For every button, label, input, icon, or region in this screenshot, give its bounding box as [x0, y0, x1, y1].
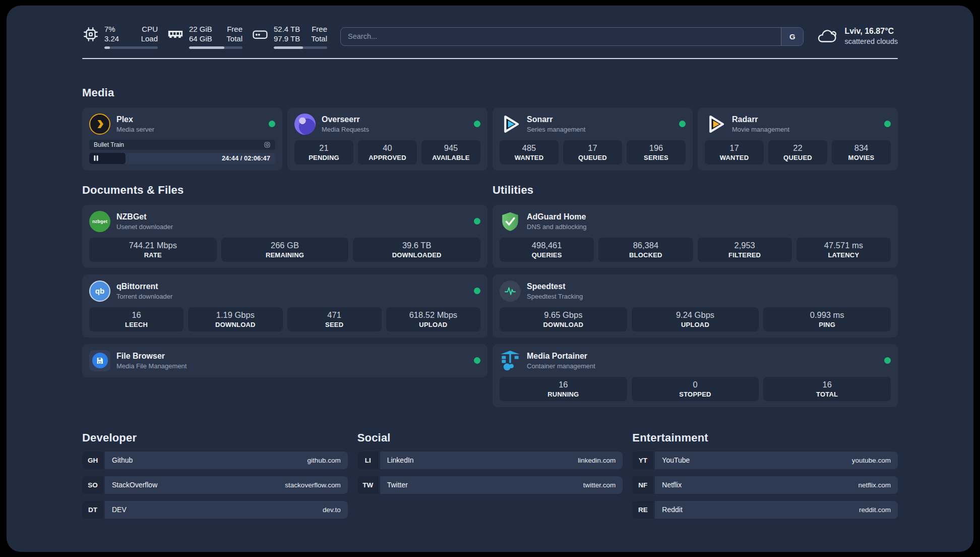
- disk-progress-bar: [274, 46, 327, 49]
- status-online-dot: [474, 121, 480, 127]
- playback-time: 24:44 / 02:06:47: [222, 154, 275, 162]
- search-engine-button[interactable]: G: [781, 28, 803, 45]
- qbittorrent-icon-text: qb: [95, 287, 104, 295]
- status-online-dot: [474, 218, 480, 225]
- app-name: Sonarr: [527, 115, 585, 125]
- search-input[interactable]: [341, 28, 781, 45]
- memory-progress-bar: [189, 46, 242, 49]
- stat-download: 1.19 GbpsDOWNLOAD: [188, 307, 282, 331]
- link-reddit[interactable]: RE Reddit reddit.com: [632, 501, 898, 519]
- filebrowser-icon: [89, 350, 110, 371]
- app-subtitle: Media File Management: [116, 362, 187, 370]
- app-card-radarr[interactable]: Radarr Movie management 17WANTED 22QUEUE…: [698, 107, 898, 171]
- memory-free-label: Free: [226, 24, 242, 34]
- weather-condition: scattered clouds: [844, 37, 898, 46]
- link-youtube[interactable]: YT YouTube youtube.com: [632, 452, 898, 469]
- dev-to-icon: DT: [82, 501, 103, 519]
- stat-filtered: 2,953FILTERED: [698, 238, 792, 262]
- link-stackoverflow[interactable]: SO StackOverflow stackoverflow.com: [82, 476, 348, 494]
- section-title-utilities: Utilities: [493, 184, 898, 197]
- cpu-progress-bar: [104, 46, 158, 49]
- link-twitter[interactable]: TW Twitter twitter.com: [357, 476, 623, 494]
- portainer-icon: [500, 350, 521, 371]
- app-card-overseerr[interactable]: Overseerr Media Requests 21PENDING 40APP…: [287, 107, 487, 171]
- app-subtitle: Speedtest Tracking: [527, 292, 583, 301]
- link-dev-to[interactable]: DT DEV dev.to: [82, 501, 348, 519]
- status-online-dot: [884, 121, 891, 127]
- stat-wanted: 485WANTED: [500, 140, 559, 164]
- app-subtitle: Media Requests: [322, 125, 369, 134]
- cpu-usage-value: 7%: [104, 24, 119, 34]
- app-name: AdGuard Home: [527, 212, 587, 222]
- section-documents: Documents & Files nzbget NZBGet Usenet d…: [82, 184, 487, 377]
- section-title-developer: Developer: [82, 431, 348, 444]
- stat-ping: 0.993 msPING: [763, 307, 891, 331]
- nzbget-icon: nzbget: [89, 211, 110, 232]
- cpu-usage-label: CPU: [141, 24, 158, 34]
- floppy-disk-icon: [96, 357, 104, 365]
- stat-seed: 471SEED: [287, 307, 382, 331]
- app-card-plex[interactable]: Plex Media server Bullet Train: [82, 107, 282, 171]
- app-subtitle: Container management: [527, 362, 595, 370]
- link-name: Twitter: [387, 481, 408, 489]
- qbittorrent-icon: qb: [89, 281, 110, 302]
- link-domain: linkedin.com: [578, 457, 616, 464]
- nzbget-icon-text: nzbget: [92, 219, 107, 224]
- section-title-documents: Documents & Files: [82, 184, 487, 197]
- weather-location-temp: Lviv, 16.87°C: [844, 26, 898, 36]
- link-name: Netflix: [662, 481, 682, 489]
- clouds-icon: [817, 28, 838, 45]
- status-online-dot: [269, 121, 275, 127]
- app-name: Plex: [116, 115, 154, 125]
- app-card-qbittorrent[interactable]: qb qBittorrent Torrent downloader 16LEEC…: [82, 274, 487, 338]
- section-utilities: Utilities: [493, 184, 898, 407]
- link-name: StackOverflow: [112, 481, 157, 489]
- stat-rate: 744.21 MbpsRATE: [89, 238, 217, 262]
- section-title-media: Media: [82, 86, 898, 99]
- playback-progress-bar[interactable]: 24:44 / 02:06:47: [89, 153, 275, 164]
- link-domain: github.com: [308, 457, 341, 464]
- radarr-icon: [705, 114, 726, 135]
- app-card-portainer[interactable]: Media Portainer Container management 16R…: [493, 344, 898, 407]
- app-card-adguard[interactable]: AdGuard Home DNS and adblocking 498,461Q…: [493, 205, 898, 268]
- camera-icon[interactable]: [264, 141, 271, 148]
- stat-downloaded: 39.6 TBDOWNLOADED: [353, 238, 480, 262]
- app-name: Radarr: [732, 115, 789, 125]
- link-linkedin[interactable]: LI LinkedIn linkedin.com: [357, 452, 623, 469]
- app-subtitle: Media server: [116, 125, 154, 134]
- link-name: Reddit: [662, 506, 682, 514]
- app-card-sonarr[interactable]: Sonarr Series management 485WANTED 17QUE…: [493, 107, 693, 171]
- app-card-filebrowser[interactable]: File Browser Media File Management: [82, 344, 487, 377]
- topbar-divider: [82, 58, 898, 59]
- disk-total-value: 97.9 TB: [274, 34, 300, 43]
- cpu-chip-icon: [82, 26, 99, 43]
- memory-stat: 22 GiB 64 GiB Free Total: [167, 24, 242, 49]
- app-subtitle: DNS and adblocking: [527, 222, 587, 231]
- app-card-speedtest[interactable]: Speedtest Speedtest Tracking 9.65 GbpsDO…: [493, 274, 898, 338]
- app-subtitle: Movie management: [732, 125, 789, 134]
- memory-total-label: Total: [226, 34, 242, 43]
- app-name: Media Portainer: [527, 351, 595, 361]
- link-domain: netflix.com: [858, 481, 891, 489]
- disk-stat: 52.4 TB 97.9 TB Free Total: [252, 24, 327, 49]
- adguard-icon: [500, 211, 521, 232]
- speedtest-icon: [500, 281, 521, 302]
- stat-wanted: 17WANTED: [705, 140, 764, 164]
- app-name: qBittorrent: [116, 282, 172, 292]
- app-card-nzbget[interactable]: nzbget NZBGet Usenet downloader 744.21 M…: [82, 205, 487, 268]
- link-name: DEV: [112, 506, 127, 514]
- stat-leech: 16LEECH: [89, 307, 183, 331]
- dashboard-panel: 7% 3.24 CPU Load: [7, 6, 973, 552]
- stackoverflow-icon: SO: [82, 476, 103, 494]
- ram-icon: [167, 26, 184, 43]
- stat-queued: 22QUEUED: [768, 140, 827, 164]
- app-name: NZBGet: [116, 212, 173, 222]
- pause-icon[interactable]: [94, 155, 98, 161]
- link-domain: stackoverflow.com: [285, 481, 340, 489]
- status-online-dot: [679, 121, 686, 127]
- section-entertainment: Entertainment YT YouTube youtube.com NF …: [632, 431, 898, 519]
- now-playing-title: Bullet Train: [94, 141, 124, 148]
- stat-remaining: 266 GBREMAINING: [221, 238, 349, 262]
- link-github[interactable]: GH Github github.com: [82, 452, 348, 469]
- link-netflix[interactable]: NF Netflix netflix.com: [632, 476, 898, 494]
